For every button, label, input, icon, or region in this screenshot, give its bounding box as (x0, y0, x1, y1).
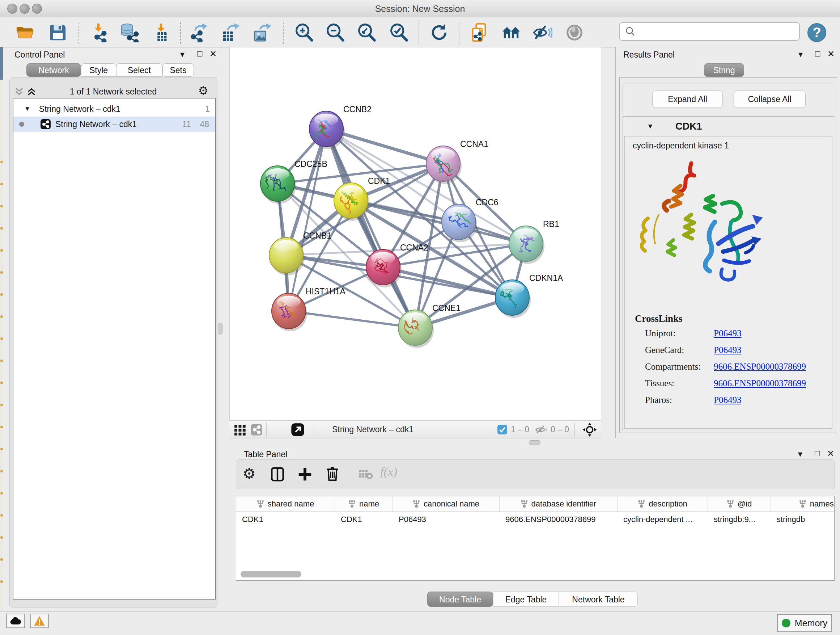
search-input[interactable] (636, 27, 793, 37)
cell-database-identifier[interactable]: 9606.ENSP00000378699 (500, 515, 617, 524)
delete-table-icon[interactable] (358, 469, 373, 480)
network-edge-HIST1H1A-CCNE1[interactable] (289, 311, 415, 328)
export-network-icon[interactable] (189, 22, 210, 43)
zoom-selected-icon[interactable] (389, 22, 409, 43)
network-options-gear-icon[interactable]: ⚙ (198, 84, 208, 97)
search-bar[interactable] (619, 22, 800, 41)
toolbar-separator (459, 21, 459, 44)
cell--id[interactable]: stringdb:9... (708, 515, 771, 524)
memory-button[interactable]: Memory (777, 614, 832, 632)
cell-description[interactable]: cyclin-dependent ... (617, 515, 708, 524)
cell-canonical-name[interactable]: P06493 (393, 515, 500, 524)
gene-collapse-icon[interactable]: ▼ (647, 122, 654, 130)
expand-all-networks-icon[interactable] (26, 86, 37, 97)
zoom-fit-icon[interactable] (357, 22, 377, 43)
birds-eye-grid-icon[interactable] (234, 424, 246, 435)
column-header-name[interactable]: name (335, 496, 393, 511)
import-table-from-file-icon[interactable] (151, 22, 171, 43)
columns-icon[interactable] (270, 466, 286, 482)
cell-name[interactable]: CDK1 (335, 515, 393, 524)
table-panel-close-icon[interactable]: ✕ (827, 449, 834, 458)
cell-shared-name[interactable]: CDK1 (236, 515, 335, 524)
control-panel-collapse-icon[interactable]: ▾ (180, 50, 185, 59)
open-session-icon[interactable] (15, 22, 35, 43)
table-panel-collapse-icon[interactable]: ▾ (798, 450, 802, 458)
help-icon[interactable]: ? (807, 22, 827, 43)
import-network-from-database-icon[interactable] (119, 22, 139, 43)
refresh-view-icon[interactable] (429, 22, 449, 43)
save-session-icon[interactable] (48, 22, 68, 43)
crosslink-tissues-link[interactable]: 9606.ENSP00000378699 (714, 378, 806, 388)
results-panel-close-icon[interactable]: ✕ (827, 50, 835, 58)
control-panel-close-icon[interactable]: ✕ (210, 50, 217, 58)
open-in-new-icon[interactable] (291, 423, 305, 437)
shared-column-icon (521, 500, 528, 508)
warning-button[interactable] (30, 614, 49, 628)
string-share-icon[interactable] (250, 424, 263, 436)
column-header-canonical-name[interactable]: canonical name (393, 496, 500, 511)
tab-network-table[interactable]: Network Table (559, 592, 638, 607)
network-node-CCNB2[interactable]: CCNB2 (309, 105, 371, 149)
column-header-shared-name[interactable]: shared name (236, 496, 335, 511)
export-table-icon[interactable] (221, 22, 241, 43)
import-network-from-file-icon[interactable] (88, 22, 109, 43)
zoom-out-icon[interactable] (325, 22, 346, 43)
horizontal-scrollbar-thumb[interactable] (240, 571, 302, 578)
status-bar: Memory (0, 611, 840, 635)
network-edge-CCNB2-HIST1H1A[interactable] (289, 129, 326, 311)
table-row[interactable]: CDK1CDK1P064939606.ENSP00000378699cyclin… (236, 512, 834, 527)
hide-panels-icon[interactable] (532, 22, 553, 43)
tab-node-table[interactable]: Node Table (427, 592, 493, 607)
horizontal-splitter-handle[interactable] (529, 440, 540, 445)
network-node-CCNA1[interactable]: CCNA1 (426, 139, 488, 184)
network-node-RB1[interactable]: RB1 (509, 219, 559, 264)
tab-network[interactable]: Network (27, 63, 81, 77)
export-image-icon[interactable] (252, 22, 272, 43)
network-collection-row[interactable]: ▼ String Network – cdk1 1 (13, 101, 215, 117)
pan-crosshair-icon[interactable] (583, 423, 597, 437)
column-header-database-identifier[interactable]: database identifier (500, 496, 617, 511)
show-panel-icon[interactable] (564, 22, 584, 43)
network-overview-icon[interactable] (501, 22, 521, 43)
search-icon (625, 26, 636, 37)
delete-column-icon[interactable] (325, 466, 340, 482)
cell-namespace[interactable]: stringdb (771, 515, 835, 524)
control-panel-float-icon[interactable]: □ (197, 49, 202, 58)
column-header-description[interactable]: description (617, 496, 708, 511)
collection-expand-icon[interactable]: ▼ (24, 105, 30, 112)
tab-sets[interactable]: Sets (163, 63, 194, 77)
crosslink-compartments-link[interactable]: 9606.ENSP00000378699 (714, 362, 806, 372)
zoom-in-icon[interactable] (294, 22, 314, 43)
collapse-all-networks-icon[interactable] (14, 86, 25, 97)
left-splitter-handle[interactable] (218, 323, 223, 334)
crosslink-genecard-link[interactable]: P06493 (714, 345, 741, 355)
tab-style[interactable]: Style (81, 63, 116, 77)
network-node-CDKN1A[interactable]: CDKN1A (495, 273, 563, 318)
collapse-all-button[interactable]: Collapse All (734, 90, 806, 108)
results-panel-float-icon[interactable]: □ (815, 49, 821, 58)
tab-string[interactable]: String (704, 63, 744, 77)
network-node-HIST1H1A[interactable]: HIST1H1A (272, 287, 346, 331)
network-canvas[interactable]: CCNB2CCNA1CDC25BCDK1CDC6RB1CCNB1CCNA2CDK… (229, 47, 601, 421)
column-header--id[interactable]: @id (708, 496, 771, 511)
shared-column-icon (638, 500, 645, 508)
hidden-eye-slash-icon[interactable] (535, 424, 547, 435)
table-toolbar: ⚙ f(x) (236, 459, 835, 489)
clone-network-icon[interactable] (469, 22, 489, 43)
window-titlebar: Session: New Session (0, 0, 840, 18)
add-column-icon[interactable] (297, 466, 313, 482)
table-panel-float-icon[interactable]: □ (815, 449, 820, 458)
node-table[interactable]: shared namenamecanonical namedatabase id… (236, 496, 835, 581)
results-panel-collapse-icon[interactable]: ▾ (798, 50, 803, 59)
table-settings-gear-icon[interactable]: ⚙ (243, 466, 256, 481)
tab-edge-table[interactable]: Edge Table (493, 592, 559, 607)
crosslink-uniprot-link[interactable]: P06493 (714, 328, 741, 339)
crosslink-pharos-link[interactable]: P06493 (714, 395, 741, 405)
tab-select[interactable]: Select (116, 63, 163, 77)
network-row-selected[interactable]: String Network – cdk1 11 48 (13, 117, 215, 132)
selected-checkbox-icon[interactable] (497, 424, 508, 435)
column-header-namespace[interactable]: namespace (771, 496, 835, 511)
selected-counts: 1 – 0 (511, 424, 529, 434)
expand-all-button[interactable]: Expand All (652, 90, 723, 108)
cloud-button[interactable] (6, 614, 25, 628)
